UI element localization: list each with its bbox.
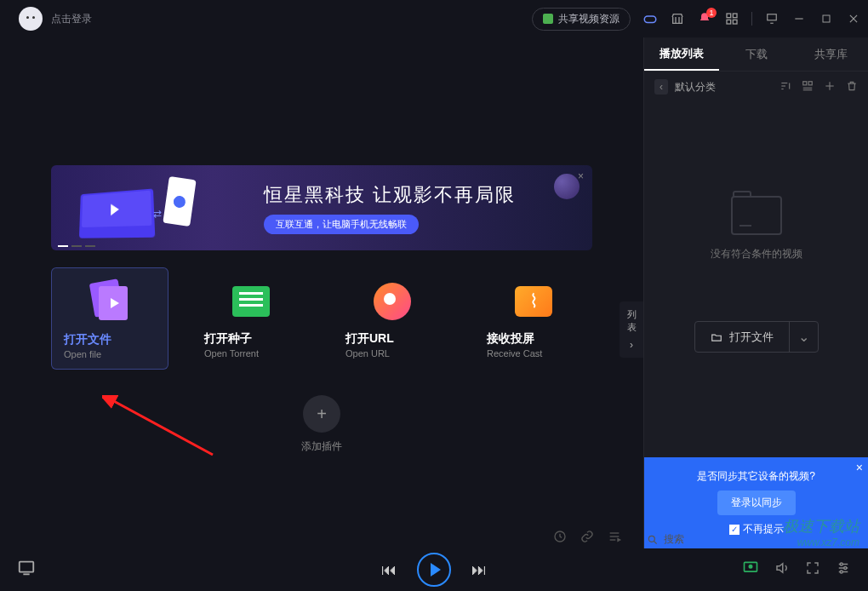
svg-point-35 — [840, 571, 842, 573]
fullscreen-icon[interactable] — [805, 560, 820, 579]
tab-share[interactable]: 共享库 — [793, 37, 868, 71]
banner-title: 恒星黑科技 让观影不再局限 — [264, 182, 592, 208]
play-button[interactable] — [417, 553, 451, 587]
add-plugin-label: 添加插件 — [0, 439, 643, 454]
tab-playlist[interactable]: 播放列表 — [644, 37, 719, 71]
svg-rect-1 — [727, 14, 731, 18]
history-icon[interactable] — [553, 530, 567, 547]
sync-question: 是否同步其它设备的视频? — [656, 469, 856, 484]
open-file-dropdown[interactable]: ⌄ — [789, 322, 818, 352]
svg-rect-15 — [808, 81, 812, 84]
open-file-label: 打开文件 — [729, 330, 774, 345]
torrent-icon — [232, 286, 270, 317]
previous-icon[interactable]: ⏮ — [381, 561, 397, 579]
card-subtitle: Receive Cast — [487, 348, 580, 359]
svg-point-20 — [648, 536, 654, 542]
cast-screen-icon[interactable] — [742, 559, 759, 580]
svg-point-29 — [749, 565, 751, 568]
card-subtitle: Open file — [64, 349, 156, 359]
notification-icon[interactable]: 1 — [697, 11, 712, 26]
store-icon[interactable] — [670, 11, 685, 26]
sync-login-button[interactable]: 登录以同步 — [717, 491, 796, 515]
empty-folder-icon — [731, 196, 782, 235]
back-button[interactable]: ‹ — [654, 79, 668, 95]
android-icon — [543, 14, 553, 24]
sidebar: 播放列表 下载 共享库 ‹ 默认分类 没有符合条件的视频 打开文件 ⌄ — [643, 37, 868, 548]
banner-close-icon[interactable]: × — [578, 170, 584, 182]
url-icon — [374, 283, 411, 320]
svg-rect-26 — [20, 562, 34, 572]
svg-rect-2 — [733, 14, 737, 18]
close-icon[interactable] — [846, 11, 861, 26]
svg-rect-4 — [733, 20, 737, 24]
svg-point-33 — [840, 563, 842, 565]
search-icon — [647, 534, 659, 546]
notification-badge: 1 — [706, 8, 717, 18]
svg-rect-7 — [823, 15, 830, 22]
no-prompt-label: 不再提示 — [743, 522, 784, 536]
add-plugin-button[interactable]: + — [303, 395, 340, 433]
card-subtitle: Open Torrent — [204, 348, 298, 359]
avatar[interactable] — [19, 7, 43, 31]
list-toggle-button[interactable]: 列表 › — [620, 301, 643, 358]
file-icon — [89, 284, 131, 320]
banner-subtitle: 互联互通，让电脑手机无线畅联 — [264, 215, 419, 234]
card-title: 接收投屏 — [487, 331, 580, 347]
card-title: 打开URL — [345, 331, 439, 347]
tab-download[interactable]: 下载 — [719, 37, 794, 71]
volume-icon[interactable] — [774, 560, 790, 579]
maximize-icon[interactable] — [819, 11, 834, 26]
settings-icon[interactable] — [836, 560, 851, 579]
next-icon[interactable]: ⏭ — [471, 561, 487, 579]
divider — [751, 12, 752, 26]
svg-rect-14 — [803, 81, 807, 84]
open-file-card[interactable]: 打开文件 Open file — [51, 267, 168, 370]
screen-mode-icon[interactable] — [17, 559, 43, 581]
svg-line-21 — [654, 541, 657, 543]
main-content: ⇄ 恒星黑科技 让观影不再局限 互联互通，让电脑手机无线畅联 × 打开文件 Op… — [0, 37, 643, 548]
link-icon[interactable] — [580, 530, 594, 547]
view-icon[interactable] — [802, 80, 814, 95]
share-label: 共享视频资源 — [558, 12, 620, 26]
promo-banner[interactable]: ⇄ 恒星黑科技 让观影不再局限 互联互通，让电脑手机无线畅联 × — [51, 165, 592, 250]
title-bar: 点击登录 共享视频资源 1 — [0, 0, 868, 37]
sort-icon[interactable] — [779, 80, 791, 95]
open-url-card[interactable]: 打开URL Open URL — [334, 267, 451, 370]
folder-icon — [711, 331, 722, 343]
svg-rect-0 — [644, 16, 656, 23]
no-prompt-checkbox[interactable]: ✓ 不再提示 — [656, 522, 856, 536]
minimize-icon[interactable] — [791, 11, 807, 26]
card-subtitle: Open URL — [345, 348, 439, 359]
chevron-right-icon: › — [625, 339, 638, 351]
share-video-button[interactable]: 共享视频资源 — [532, 8, 631, 31]
cast-icon: ⌇ — [515, 286, 552, 317]
list-toggle-label: 列表 — [625, 308, 638, 334]
receive-cast-card[interactable]: ⌇ 接收投屏 Receive Cast — [475, 267, 592, 370]
login-link[interactable]: 点击登录 — [51, 12, 92, 26]
card-title: 打开文件 — [64, 332, 156, 347]
search-input[interactable]: 搜索 — [664, 532, 684, 547]
delete-icon[interactable] — [846, 80, 858, 95]
open-torrent-card[interactable]: 打开种子 Open Torrent — [192, 267, 310, 370]
gamepad-icon[interactable] — [642, 11, 658, 26]
queue-icon[interactable] — [608, 530, 621, 547]
sync-close-icon[interactable]: × — [856, 461, 863, 474]
empty-text: 没有符合条件的视频 — [711, 247, 802, 261]
checkbox-icon: ✓ — [729, 525, 740, 535]
mini-mode-icon[interactable] — [764, 11, 779, 26]
sidebar-open-file-button[interactable]: 打开文件 — [695, 322, 789, 352]
svg-rect-5 — [768, 14, 777, 20]
svg-point-34 — [844, 567, 847, 570]
add-icon[interactable] — [824, 80, 836, 95]
apps-icon[interactable] — [724, 11, 740, 26]
svg-rect-3 — [727, 20, 731, 24]
card-title: 打开种子 — [204, 331, 298, 347]
player-bar: ⏮ ⏭ — [0, 548, 868, 591]
category-label: 默认分类 — [675, 80, 716, 95]
